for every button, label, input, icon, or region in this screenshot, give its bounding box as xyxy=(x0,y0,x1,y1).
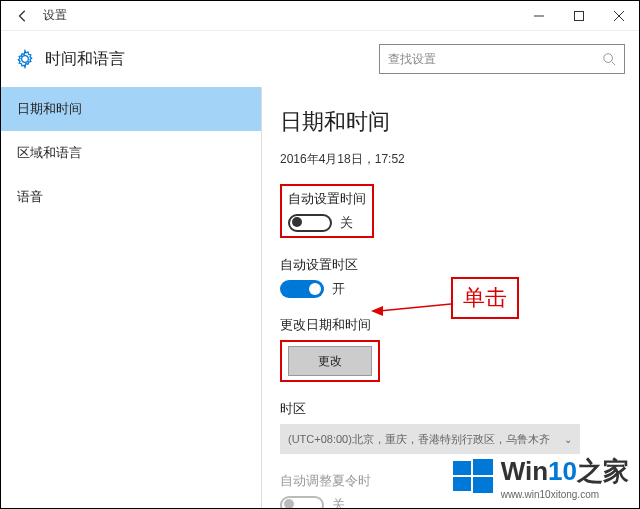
toggle-knob xyxy=(309,283,321,295)
sidebar-item-region[interactable]: 区域和语言 xyxy=(1,131,261,175)
header-title: 时间和语言 xyxy=(45,49,125,70)
tz-label: 时区 xyxy=(280,400,621,418)
title-bar: 设置 xyxy=(1,1,639,31)
change-button-label: 更改 xyxy=(318,353,342,370)
watermark-brand: Win10之家 xyxy=(501,454,629,489)
window-controls xyxy=(519,1,639,31)
tz-dropdown[interactable]: (UTC+08:00)北京，重庆，香港特别行政区，乌鲁木齐 ⌄ xyxy=(280,424,580,454)
svg-rect-11 xyxy=(473,477,493,493)
auto-tz-label: 自动设置时区 xyxy=(280,256,621,274)
maximize-icon xyxy=(574,11,584,21)
gear-icon xyxy=(15,49,35,69)
change-button[interactable]: 更改 xyxy=(288,346,372,376)
annotation-text: 单击 xyxy=(463,285,507,310)
search-input[interactable]: 查找设置 xyxy=(379,44,625,74)
close-icon xyxy=(614,11,624,21)
annotation-callout: 单击 xyxy=(451,277,519,319)
sidebar-item-speech[interactable]: 语音 xyxy=(1,175,261,219)
sidebar-item-label: 语音 xyxy=(17,188,43,206)
svg-rect-1 xyxy=(575,11,584,20)
annotation-box-change-btn: 更改 xyxy=(280,340,380,382)
svg-line-5 xyxy=(612,62,616,66)
current-datetime: 2016年4月18日，17:52 xyxy=(280,151,621,168)
auto-time-label: 自动设置时间 xyxy=(288,190,366,208)
sidebar-item-label: 区域和语言 xyxy=(17,144,82,162)
window-title: 设置 xyxy=(43,7,67,24)
sidebar-item-label: 日期和时间 xyxy=(17,100,82,118)
auto-time-toggle[interactable] xyxy=(288,214,332,232)
maximize-button[interactable] xyxy=(559,1,599,31)
watermark: Win10之家 www.win10xitong.com xyxy=(451,454,629,500)
svg-rect-9 xyxy=(473,459,493,475)
page-heading: 日期和时间 xyxy=(280,107,621,137)
search-icon xyxy=(602,52,616,66)
minimize-icon xyxy=(534,11,544,21)
annotation-box-auto-time: 自动设置时间 关 xyxy=(280,184,374,238)
auto-tz-toggle[interactable] xyxy=(280,280,324,298)
sidebar: 日期和时间 区域和语言 语音 xyxy=(1,87,261,508)
chevron-down-icon: ⌄ xyxy=(564,434,572,445)
dst-state: 关 xyxy=(332,496,345,508)
svg-rect-10 xyxy=(453,477,471,491)
svg-rect-8 xyxy=(453,461,471,475)
close-button[interactable] xyxy=(599,1,639,31)
content-pane: 日期和时间 2016年4月18日，17:52 自动设置时间 关 自动设置时区 开… xyxy=(261,87,639,508)
back-arrow-icon xyxy=(16,9,30,23)
svg-point-4 xyxy=(604,54,613,63)
minimize-button[interactable] xyxy=(519,1,559,31)
toggle-knob xyxy=(284,499,294,508)
tz-value: (UTC+08:00)北京，重庆，香港特别行政区，乌鲁木齐 xyxy=(288,432,550,447)
back-button[interactable] xyxy=(9,2,37,30)
header: 时间和语言 查找设置 xyxy=(1,31,639,87)
sidebar-item-datetime[interactable]: 日期和时间 xyxy=(1,87,261,131)
windows-logo-icon xyxy=(451,455,495,499)
auto-time-state: 关 xyxy=(340,214,353,232)
auto-tz-state: 开 xyxy=(332,280,345,298)
dst-toggle xyxy=(280,496,324,508)
toggle-knob xyxy=(292,217,302,227)
search-placeholder: 查找设置 xyxy=(388,51,602,68)
watermark-url: www.win10xitong.com xyxy=(501,489,629,500)
